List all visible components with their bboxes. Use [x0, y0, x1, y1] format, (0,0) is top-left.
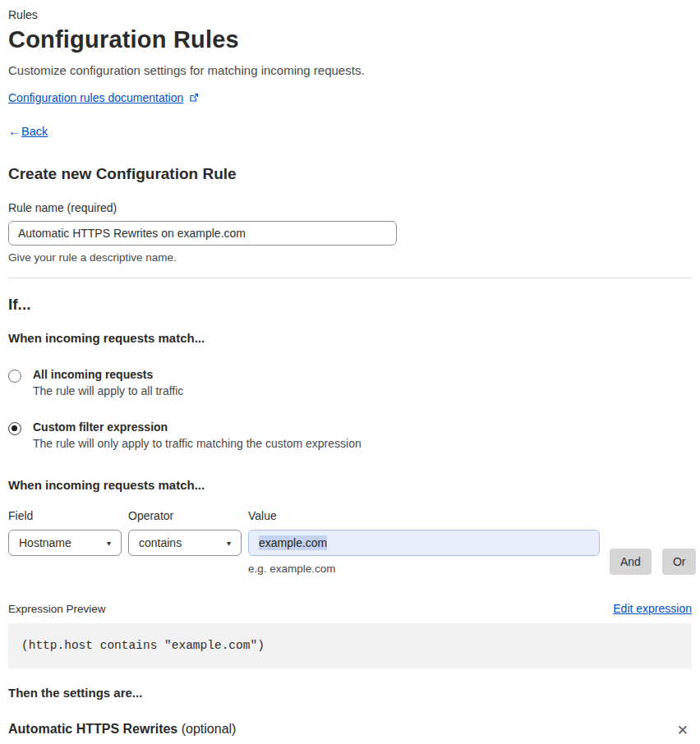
- setting-title-name: Automatic HTTPS Rewrites: [8, 722, 177, 736]
- edit-expression-link[interactable]: Edit expression: [613, 602, 692, 615]
- back-link[interactable]: Back: [21, 125, 48, 138]
- radio-custom-label: Custom filter expression: [33, 420, 362, 434]
- operator-label: Operator: [128, 509, 242, 522]
- expression-preview-label: Expression Preview: [8, 603, 106, 615]
- chevron-down-icon: ▾: [227, 539, 231, 548]
- then-settings-heading: Then the settings are...: [8, 686, 692, 700]
- expression-builder: When incoming requests match... Field Ho…: [8, 478, 692, 575]
- value-label: Value: [248, 509, 600, 522]
- field-select-value: Hostname: [19, 536, 71, 549]
- operator-select-value: contains: [139, 536, 182, 549]
- expression-code-block: (http.host contains "example.com"): [8, 623, 692, 668]
- close-icon[interactable]: ✕: [674, 722, 692, 739]
- section-divider: [8, 278, 692, 278]
- rule-name-helper: Give your rule a descriptive name.: [8, 251, 692, 264]
- external-link-icon: [189, 92, 199, 105]
- configuration-rules-page: Rules Configuration Rules Customize conf…: [0, 0, 700, 744]
- documentation-link[interactable]: Configuration rules documentation: [8, 91, 183, 104]
- field-select[interactable]: Hostname ▾: [8, 530, 122, 556]
- rule-name-input[interactable]: [8, 221, 397, 246]
- create-rule-heading: Create new Configuration Rule: [8, 165, 692, 183]
- chevron-down-icon: ▾: [107, 539, 111, 548]
- operator-column: Operator contains ▾: [128, 492, 242, 556]
- field-label: Field: [8, 509, 122, 522]
- builder-heading: When incoming requests match...: [8, 478, 692, 492]
- connector-buttons: And Or: [610, 549, 696, 575]
- value-column: Value example.com e.g. example.com: [248, 492, 600, 575]
- rule-name-label: Rule name (required): [8, 201, 692, 214]
- operator-select[interactable]: contains ▾: [128, 530, 242, 556]
- radio-custom-description: The rule will only apply to traffic matc…: [33, 437, 362, 450]
- page-title: Configuration Rules: [8, 26, 692, 53]
- radio-all-label: All incoming requests: [33, 368, 183, 381]
- value-helper: e.g. example.com: [248, 563, 600, 575]
- if-heading: If...: [8, 296, 692, 314]
- and-button[interactable]: And: [610, 549, 652, 575]
- setting-title: Automatic HTTPS Rewrites (optional): [8, 722, 236, 737]
- radio-unselected-icon[interactable]: [8, 370, 21, 383]
- breadcrumb: Rules: [8, 8, 692, 21]
- radio-all-description: The rule will apply to all traffic: [33, 384, 183, 397]
- setting-optional-tag: (optional): [182, 722, 237, 736]
- page-subtitle: Customize configuration settings for mat…: [8, 63, 692, 77]
- value-input[interactable]: example.com: [248, 530, 600, 556]
- or-button[interactable]: Or: [662, 549, 697, 575]
- radio-all-incoming-requests[interactable]: All incoming requests The rule will appl…: [8, 368, 692, 397]
- match-type-heading: When incoming requests match...: [8, 331, 692, 345]
- radio-selected-icon[interactable]: [8, 422, 21, 435]
- field-column: Field Hostname ▾: [8, 492, 122, 556]
- back-arrow-icon: ←: [8, 124, 21, 138]
- value-input-text: example.com: [259, 535, 327, 550]
- radio-custom-filter-expression[interactable]: Custom filter expression The rule will o…: [8, 420, 692, 450]
